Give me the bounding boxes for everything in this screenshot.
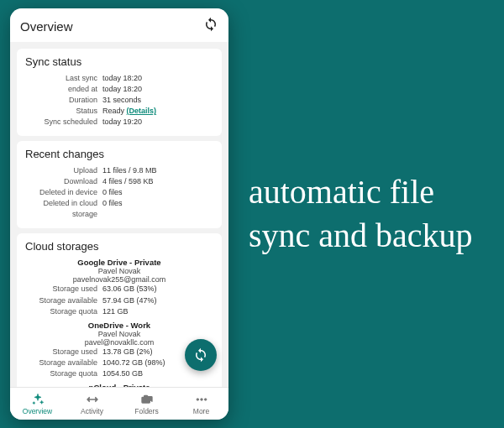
bottom-nav: OverviewActivityFoldersMore (10, 387, 228, 420)
sync-fab[interactable] (185, 339, 217, 371)
kv-row: Storage quota1054.50 GB (25, 368, 213, 379)
kv-row: Duration31 seconds (25, 95, 213, 106)
kv-label: Storage quota (25, 368, 102, 379)
kv-row: Sync scheduledtoday 19:20 (25, 117, 213, 128)
kv-row: ended attoday 18:20 (25, 84, 213, 95)
more-icon (174, 393, 228, 406)
folders-icon (119, 393, 174, 406)
svg-point-1 (197, 399, 199, 401)
kv-label: Storage quota (25, 306, 102, 317)
kv-value: 0 files (102, 187, 213, 198)
kv-label: Deleted in cloud storage (25, 198, 102, 220)
kv-label: Status (25, 106, 102, 117)
kv-label: Storage used (25, 347, 102, 358)
nav-label: Overview (10, 407, 65, 415)
sync-status-rows: Last synctoday 18:20ended attoday 18:20D… (25, 73, 213, 128)
kv-label: Sync scheduled (25, 117, 102, 128)
kv-row: Storage used63.06 GB (53%) (25, 284, 213, 295)
kv-label: Storage used (25, 284, 102, 295)
kv-label: Upload (25, 165, 102, 176)
kv-row: Storage available57.94 GB (47%) (25, 295, 213, 306)
swap-icon (65, 393, 119, 406)
app-header: Overview (10, 8, 228, 42)
storage-accounts: Google Drive - PrivatePavel Novakpavelno… (25, 258, 213, 387)
nav-folders[interactable]: Folders (119, 388, 174, 420)
card-title: Recent changes (25, 148, 213, 160)
svg-point-2 (200, 399, 202, 401)
storage-account[interactable]: Google Drive - PrivatePavel Novakpavelno… (25, 258, 213, 316)
kv-value: today 18:20 (102, 84, 213, 95)
svg-point-3 (204, 399, 207, 401)
kv-value: 31 seconds (102, 95, 213, 106)
kv-value: 0 files (102, 198, 213, 220)
sync-icon[interactable] (203, 17, 218, 35)
kv-value: 121 GB (102, 306, 213, 317)
sparkle-icon (10, 393, 65, 406)
kv-row: Deleted in cloud storage0 files (25, 198, 213, 220)
kv-label: ended at (25, 84, 102, 95)
storage-account-name: OneDrive - Work (25, 321, 213, 330)
page-title: Overview (20, 19, 73, 34)
recent-changes-card: Recent changes Upload11 files / 9.8 MBDo… (17, 141, 222, 228)
storage-email: pavel@novakllc.com (25, 338, 213, 347)
phone-frame: Overview Sync status Last synctoday 18:2… (10, 8, 228, 420)
kv-label: Duration (25, 95, 102, 106)
storage-email: pavelnovak255@gmail.com (25, 275, 213, 284)
kv-label: Download (25, 176, 102, 187)
kv-label: Deleted in device (25, 187, 102, 198)
kv-value: Ready (Details) (102, 106, 213, 117)
marketing-headline: automatic file sync and backup (228, 170, 504, 258)
nav-label: Activity (65, 407, 119, 415)
nav-activity[interactable]: Activity (65, 388, 119, 420)
kv-row: Deleted in device0 files (25, 187, 213, 198)
kv-row: Storage quota121 GB (25, 306, 213, 317)
kv-value: 63.06 GB (53%) (102, 284, 213, 295)
storage-user: Pavel Novak (25, 267, 213, 275)
kv-value: today 19:20 (102, 117, 213, 128)
details-link[interactable]: (Details) (127, 107, 157, 115)
nav-label: More (174, 407, 228, 415)
kv-value: 11 files / 9.8 MB (102, 165, 213, 176)
nav-label: Folders (119, 407, 174, 415)
storage-account-name: Google Drive - Private (25, 258, 213, 267)
kv-label: Storage available (25, 358, 102, 368)
kv-row: Download4 files / 598 KB (25, 176, 213, 187)
sync-status-card: Sync status Last synctoday 18:20ended at… (17, 49, 222, 136)
kv-row: StatusReady (Details) (25, 106, 213, 117)
kv-row: Upload11 files / 9.8 MB (25, 165, 213, 176)
content-scroll[interactable]: Sync status Last synctoday 18:20ended at… (10, 42, 228, 387)
kv-value: 4 files / 598 KB (102, 176, 213, 187)
recent-changes-rows: Upload11 files / 9.8 MBDownload4 files /… (25, 165, 213, 220)
nav-overview[interactable]: Overview (10, 388, 65, 420)
kv-value: today 18:20 (102, 73, 213, 84)
nav-more[interactable]: More (174, 388, 228, 420)
card-title: Sync status (25, 55, 213, 68)
kv-label: Last sync (25, 73, 102, 84)
kv-label: Storage available (25, 295, 102, 306)
kv-value: 57.94 GB (47%) (102, 295, 213, 306)
card-title: Cloud storages (25, 240, 213, 253)
storage-user: Pavel Novak (25, 330, 213, 338)
kv-row: Last synctoday 18:20 (25, 73, 213, 84)
